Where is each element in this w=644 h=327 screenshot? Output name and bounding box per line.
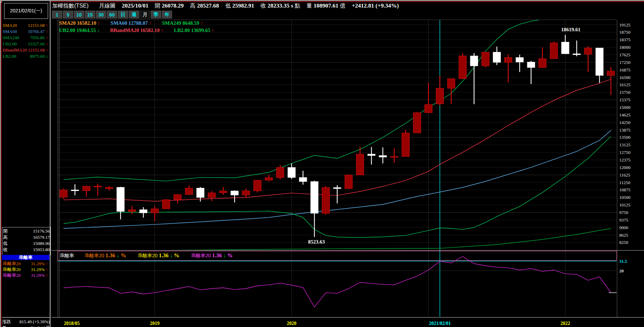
svg-text:13125: 13125 (619, 142, 631, 147)
svg-text:9750: 9750 (619, 210, 628, 215)
date-axis-label: 2021/02/01 (429, 321, 451, 326)
svg-text:13875: 13875 (619, 127, 631, 133)
svg-text:15375: 15375 (619, 97, 631, 102)
date-axis-label: 2020 (287, 321, 296, 326)
svg-text:18375: 18375 (619, 37, 631, 42)
svg-text:15000: 15000 (619, 105, 631, 110)
price-annotation: 8523.63 (308, 239, 325, 245)
svg-text:17625: 17625 (619, 52, 631, 57)
svg-text:16875: 16875 (619, 67, 631, 72)
svg-text:12000: 12000 (619, 165, 631, 170)
svg-text:19125: 19125 (619, 22, 631, 27)
svg-text:8250: 8250 (619, 240, 628, 245)
line-SMA60 (64, 131, 611, 229)
svg-text:14625: 14625 (619, 112, 631, 117)
svg-text:10875: 10875 (619, 187, 631, 192)
svg-text:13500: 13500 (619, 135, 631, 140)
svg-text:10500: 10500 (619, 195, 631, 200)
svg-text:8625: 8625 (619, 233, 628, 238)
svg-text:16500: 16500 (619, 75, 631, 80)
ma-band-lines (64, 18, 611, 251)
svg-text:9375: 9375 (619, 217, 628, 223)
price-axis: 1912518750183751800017625172501687516500… (619, 22, 631, 245)
svg-text:16125: 16125 (619, 82, 631, 87)
line-SMA249 (64, 228, 611, 251)
chart-canvas[interactable]: 18619.618523.631912518750183751800017625… (0, 0, 644, 327)
candlesticks (60, 35, 615, 237)
svg-text:10125: 10125 (619, 202, 631, 207)
bias-axis-label: 31.5 (619, 259, 627, 264)
date-axis-label: 2018/05 (64, 321, 80, 326)
lower-label-box (58, 251, 617, 261)
svg-text:12750: 12750 (619, 150, 631, 155)
svg-text:18750: 18750 (619, 30, 631, 35)
date-axis-label: 2019 (150, 321, 160, 326)
date-axis-label: 2022 (561, 321, 570, 326)
svg-text:17250: 17250 (619, 60, 631, 65)
line-UB2.00 (64, 18, 611, 181)
svg-text:14250: 14250 (619, 120, 631, 125)
svg-text:15750: 15750 (619, 90, 631, 95)
svg-text:11625: 11625 (619, 172, 630, 178)
bias-line (64, 257, 617, 307)
chart-region: 18619.618523.631912518750183751800017625… (0, 0, 644, 327)
trading-chart-app: 2021/02/01(一) SMA20 12151.68 ↑ SMA60 107… (0, 0, 644, 327)
svg-text:11250: 11250 (619, 180, 630, 185)
bias-axis-label: 20 (619, 268, 624, 273)
line-SMA20-BBandMA20 (64, 79, 611, 201)
price-annotation: 18619.61 (561, 27, 580, 32)
svg-text:18000: 18000 (619, 45, 631, 50)
svg-text:12375: 12375 (619, 157, 631, 162)
svg-text:9000: 9000 (619, 225, 628, 230)
